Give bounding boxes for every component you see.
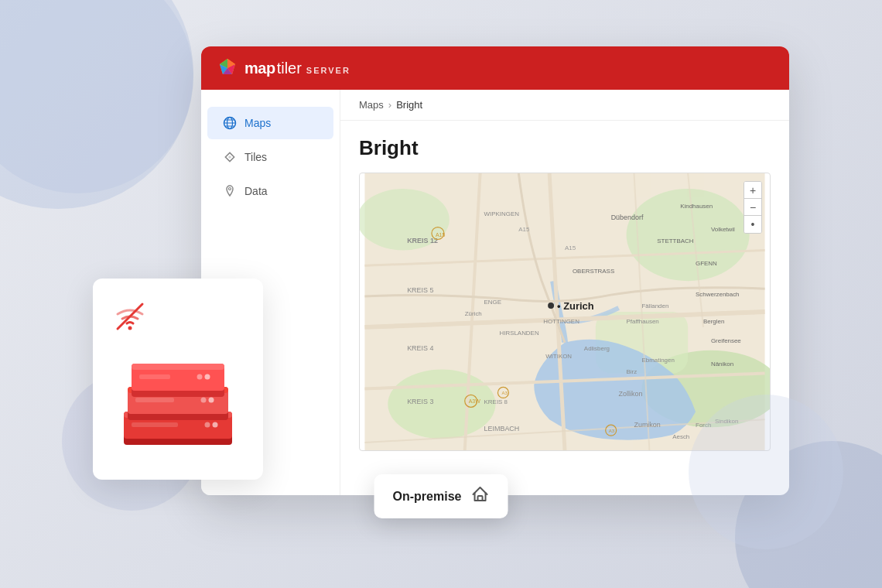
svg-text:KREIS 3: KREIS 3: [407, 398, 433, 405]
svg-text:Fällanden: Fällanden: [641, 303, 668, 309]
svg-text:Kindhausen: Kindhausen: [680, 203, 713, 210]
svg-text:HOTTINGEN: HOTTINGEN: [543, 318, 579, 325]
data-label: Data: [244, 185, 268, 197]
svg-text:• Zurich: • Zurich: [557, 300, 594, 312]
server-stack: [116, 350, 240, 450]
breadcrumb-parent[interactable]: Maps: [359, 99, 384, 111]
svg-text:Dübendorf: Dübendorf: [611, 214, 644, 221]
svg-text:LEIMBACH: LEIMBACH: [484, 425, 520, 432]
svg-text:STETTBACH: STETTBACH: [657, 238, 693, 244]
svg-rect-12: [228, 156, 231, 159]
page-title: Bright: [359, 136, 771, 160]
svg-point-13: [229, 188, 231, 190]
svg-text:Zürich: Zürich: [465, 310, 482, 317]
svg-text:A15: A15: [565, 244, 576, 251]
scene: maptiler SERVER Maps: [93, 31, 789, 557]
svg-rect-88: [132, 364, 224, 370]
house-icon: [470, 485, 489, 508]
svg-text:Sindikon: Sindikon: [715, 418, 738, 425]
svg-text:KREIS 5: KREIS 5: [407, 286, 433, 294]
svg-rect-92: [477, 496, 482, 501]
svg-text:Adlisberg: Adlisberg: [584, 345, 610, 352]
svg-text:Aesch: Aesch: [672, 433, 689, 440]
svg-point-72: [128, 326, 132, 330]
map-controls: + − •: [744, 181, 762, 234]
page-content: Bright: [340, 121, 789, 495]
wifi-slash-icon: [111, 300, 149, 334]
svg-text:Greifensee: Greifensee: [711, 337, 741, 344]
svg-text:A3: A3: [501, 391, 508, 395]
svg-text:Zollikon: Zollikon: [619, 390, 643, 398]
maptiler-logo: maptiler SERVER: [217, 57, 350, 79]
svg-point-46: [548, 303, 554, 309]
onpremise-label: On-premise: [393, 490, 462, 504]
server-card: [93, 279, 263, 480]
svg-text:A15: A15: [518, 226, 530, 233]
svg-rect-85: [135, 398, 174, 402]
pin-icon: [223, 184, 237, 198]
svg-text:WIPKINGEN: WIPKINGEN: [484, 210, 520, 217]
diamond-icon: [223, 150, 237, 164]
svg-text:Zumikon: Zumikon: [634, 421, 661, 429]
svg-line-73: [118, 304, 142, 329]
svg-text:Schwerzenbach: Schwerzenbach: [696, 291, 739, 298]
sidebar-item-data[interactable]: Data: [207, 175, 333, 207]
svg-text:Forch: Forch: [696, 422, 711, 429]
tiles-label: Tiles: [244, 151, 267, 163]
onpremise-badge: On-premise: [374, 474, 508, 518]
zoom-out-button[interactable]: −: [744, 199, 761, 216]
sidebar-item-maps[interactable]: Maps: [207, 107, 333, 139]
logo-server-text: SERVER: [306, 66, 350, 75]
svg-point-84: [201, 398, 207, 403]
browser-content: Maps Tiles Data: [201, 90, 789, 495]
svg-text:A3W: A3W: [469, 398, 481, 404]
svg-text:KREIS 8: KREIS 8: [484, 398, 508, 405]
svg-text:GFENN: GFENN: [696, 260, 717, 267]
svg-rect-79: [132, 422, 178, 427]
svg-point-90: [197, 374, 203, 380]
svg-point-77: [213, 422, 218, 428]
maps-label: Maps: [244, 117, 271, 129]
logo-icon: [217, 57, 238, 79]
svg-point-89: [205, 374, 210, 380]
main-area: Maps › Bright Bright: [340, 90, 789, 495]
svg-text:KREIS 4: KREIS 4: [407, 344, 433, 352]
logo-text: maptiler SERVER: [244, 60, 350, 77]
svg-point-78: [205, 422, 210, 428]
map-reset-button[interactable]: •: [744, 216, 761, 233]
svg-text:A15: A15: [436, 232, 446, 238]
globe-icon: [223, 116, 237, 130]
svg-text:Berglen: Berglen: [703, 318, 724, 325]
app-header: maptiler SERVER: [201, 46, 789, 90]
map-container[interactable]: KREIS 12 KREIS 5 KREIS 4 KREIS 3 KREIS 8…: [359, 173, 771, 451]
sidebar-item-tiles[interactable]: Tiles: [207, 141, 333, 173]
svg-text:HIRSLANDEN: HIRSLANDEN: [499, 330, 538, 337]
svg-text:Volketwil: Volketwil: [711, 226, 735, 233]
breadcrumb-separator: ›: [388, 99, 391, 111]
svg-text:WITIKON: WITIKON: [545, 353, 572, 360]
svg-text:ENGE: ENGE: [484, 299, 502, 306]
svg-text:Birz: Birz: [627, 368, 638, 375]
svg-point-83: [209, 398, 214, 403]
svg-text:Ebmatingen: Ebmatingen: [641, 357, 674, 364]
logo-tiler-text: tiler: [277, 60, 302, 77]
svg-rect-91: [139, 374, 170, 379]
svg-text:Pfaffhausen: Pfaffhausen: [627, 318, 659, 325]
decorative-blob-2: [735, 441, 882, 588]
browser-window: maptiler SERVER Maps: [201, 46, 789, 495]
svg-text:OBERSTRASS: OBERSTRASS: [573, 268, 614, 275]
logo-map-text: map: [244, 60, 275, 77]
map-visualization: KREIS 12 KREIS 5 KREIS 4 KREIS 3 KREIS 8…: [360, 173, 770, 450]
svg-text:A3: A3: [609, 429, 615, 433]
breadcrumb-current: Bright: [396, 99, 422, 111]
zoom-in-button[interactable]: +: [744, 182, 761, 199]
svg-text:Nänikon: Nänikon: [711, 361, 733, 368]
breadcrumb: Maps › Bright: [340, 90, 789, 121]
